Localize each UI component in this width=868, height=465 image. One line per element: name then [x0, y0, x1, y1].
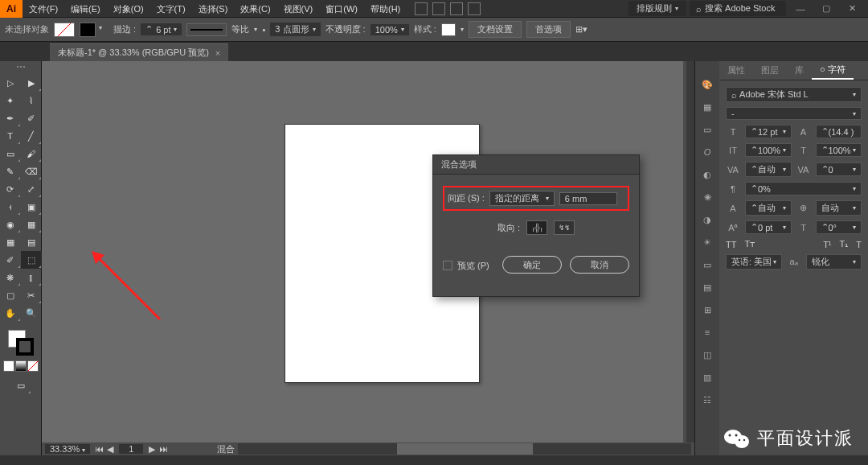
- fill-stroke-indicator[interactable]: [5, 327, 37, 359]
- opacity-value[interactable]: 100%▾: [371, 24, 409, 35]
- canvas[interactable]: 混合选项 间距 (S) : 指定的距离▾ 6 mm 取向 : ╷╬╷ ↯↯ 预览…: [42, 61, 694, 455]
- lasso-tool[interactable]: ⌇: [21, 92, 42, 109]
- align-icon[interactable]: ≡: [700, 325, 714, 339]
- brush-tool[interactable]: 🖌: [21, 145, 42, 163]
- draw-modes[interactable]: [3, 360, 39, 372]
- asset-icon[interactable]: ▤: [700, 280, 714, 294]
- workspace-preset[interactable]: 排版规则▾: [628, 1, 686, 16]
- nav-next[interactable]: ▶: [146, 444, 158, 455]
- tab-character[interactable]: ○ 字符: [812, 61, 854, 80]
- pathfinder-icon[interactable]: ◫: [700, 348, 714, 362]
- curvature-tool[interactable]: ✐: [21, 109, 42, 127]
- superscript-icon[interactable]: T¹: [823, 240, 831, 249]
- brushes-icon[interactable]: ☀: [700, 235, 714, 249]
- menu-window[interactable]: 窗口(W): [319, 0, 364, 18]
- close-tab-icon[interactable]: ×: [215, 48, 220, 58]
- horizontal-scrollbar[interactable]: [238, 443, 691, 455]
- smallcaps-icon[interactable]: Tᴛ: [744, 239, 755, 249]
- window-close[interactable]: ✕: [841, 3, 863, 14]
- layers-icon[interactable]: ▭: [700, 257, 714, 272]
- selection-tool[interactable]: ▷: [0, 74, 21, 92]
- screen-mode[interactable]: ▭: [10, 377, 31, 394]
- orient-path-button[interactable]: ↯↯: [554, 220, 575, 235]
- type-tool[interactable]: T: [0, 127, 21, 145]
- align-icon[interactable]: ⊞▾: [575, 24, 588, 35]
- allcaps-icon[interactable]: TT: [726, 240, 736, 249]
- kerning[interactable]: ⌃自动▾: [745, 162, 792, 177]
- perspective-tool[interactable]: ▦: [21, 216, 42, 233]
- baseline-shift[interactable]: ⌃0 pt▾: [745, 220, 792, 234]
- scale-tool[interactable]: ⤢: [21, 180, 42, 198]
- zoom-tool[interactable]: 🔍: [21, 304, 42, 322]
- symbol-sprayer-tool[interactable]: ❋: [0, 269, 21, 286]
- swatches-icon[interactable]: ▦: [700, 100, 714, 114]
- menu-type[interactable]: 文字(T): [150, 0, 192, 18]
- char-opacity[interactable]: ⌃0%▾: [745, 182, 862, 195]
- nav-last[interactable]: ⏭: [158, 444, 169, 454]
- document-tab[interactable]: 未标题-1* @ 33.33% (RGB/GPU 预览)×: [50, 43, 228, 61]
- dash-profile[interactable]: 3 点圆形▾: [270, 23, 320, 36]
- nav-prev[interactable]: ◀: [104, 444, 116, 455]
- vertical-scale[interactable]: ⌃100%▾: [745, 143, 792, 157]
- eraser-tool[interactable]: ⌫: [21, 163, 42, 180]
- doc-setup-button[interactable]: 文档设置: [469, 21, 522, 38]
- slice-tool[interactable]: ✂: [21, 286, 42, 304]
- window-maximize[interactable]: ▢: [815, 3, 837, 14]
- graph-tool[interactable]: ⫿: [21, 269, 42, 286]
- artboard-tool[interactable]: ▢: [0, 286, 21, 304]
- menu-effect[interactable]: 效果(C): [234, 0, 276, 18]
- menu-object[interactable]: 对象(O): [107, 0, 150, 18]
- zoom-level[interactable]: 33.33% ▾: [45, 444, 90, 454]
- appearance-icon[interactable]: ◐: [700, 167, 714, 182]
- vertical-scrollbar[interactable]: [683, 61, 694, 442]
- nav-first[interactable]: ⏮: [93, 444, 104, 454]
- libraries-icon[interactable]: ☷: [700, 393, 714, 407]
- antialias-select[interactable]: 锐化▾: [806, 254, 862, 270]
- pen-tool[interactable]: ✒: [0, 109, 21, 127]
- orient-page-button[interactable]: ╷╬╷: [526, 220, 547, 235]
- preview-checkbox[interactable]: [443, 261, 452, 270]
- rectangle-tool[interactable]: ▭: [0, 145, 21, 163]
- tab-properties[interactable]: 属性: [719, 61, 753, 80]
- width-tool[interactable]: ⫞: [0, 198, 21, 216]
- stroke-icon[interactable]: ▭: [700, 122, 714, 137]
- tab-layers[interactable]: 图层: [753, 61, 787, 80]
- menu-edit[interactable]: 编辑(E): [64, 0, 107, 18]
- blend-tool[interactable]: ⬚: [21, 251, 42, 269]
- menu-file[interactable]: 文件(F): [23, 0, 64, 18]
- font-family[interactable]: ⌕ Adobe 宋体 Std L▾: [726, 87, 862, 102]
- free-transform-tool[interactable]: ▣: [21, 198, 42, 216]
- cancel-button[interactable]: 取消: [570, 256, 629, 274]
- hand-tool[interactable]: ✋: [0, 304, 21, 322]
- type-icon[interactable]: O: [700, 145, 714, 159]
- leading[interactable]: ⌃(14.4 ): [816, 125, 862, 138]
- direct-selection-tool[interactable]: ▶: [21, 74, 42, 92]
- menu-select[interactable]: 选择(S): [192, 0, 235, 18]
- rotate-tool[interactable]: ⟳: [0, 180, 21, 198]
- symbols-icon[interactable]: ❀: [700, 190, 714, 204]
- stroke-weight[interactable]: ⌃6 pt▾: [141, 23, 182, 35]
- eyedropper-tool[interactable]: ✐: [0, 251, 21, 269]
- stroke-swatch[interactable]: [80, 23, 96, 37]
- fill-swatch[interactable]: [54, 23, 75, 37]
- preferences-button[interactable]: 首选项: [526, 21, 571, 38]
- language-select[interactable]: 英语: 美国▾: [726, 254, 782, 270]
- shape-builder-tool[interactable]: ◉: [0, 216, 21, 233]
- stock-search[interactable]: ⌕搜索 Adobe Stock: [690, 1, 786, 16]
- window-minimize[interactable]: —: [789, 4, 812, 14]
- auto2[interactable]: 自动▾: [816, 200, 862, 216]
- mesh-tool[interactable]: ▦: [0, 233, 21, 251]
- menu-help[interactable]: 帮助(H): [364, 0, 407, 18]
- artboard-nav[interactable]: 1: [119, 444, 143, 454]
- horizontal-scale[interactable]: ⌃100%▾: [816, 143, 862, 157]
- font-size[interactable]: ⌃12 pt▾: [745, 125, 792, 138]
- artboards-icon[interactable]: ▥: [700, 370, 714, 385]
- spacing-value-input[interactable]: 6 mm: [559, 192, 617, 205]
- spacing-mode-select[interactable]: 指定的距离▾: [489, 191, 555, 206]
- transparency-icon[interactable]: ◑: [700, 212, 714, 227]
- magic-wand-tool[interactable]: ✦: [0, 92, 21, 109]
- tab-libraries[interactable]: 库: [787, 61, 812, 80]
- style-swatch[interactable]: [441, 23, 456, 36]
- tracking[interactable]: ⌃0▾: [816, 163, 862, 176]
- gradient-tool[interactable]: ▤: [21, 233, 42, 251]
